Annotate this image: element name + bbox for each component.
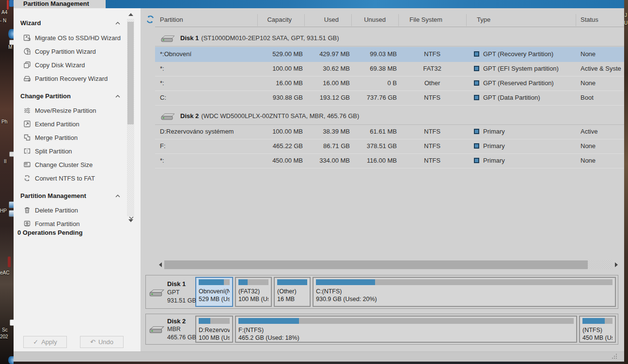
diskmap-block[interactable]: C:(NTFS) 930.9 GB (Used: 20%) [313, 277, 616, 307]
desktop-icon-fragment[interactable] [8, 257, 11, 267]
diskmap-block[interactable]: F:(NTFS) 465.2 GB (Used: 18%) [235, 316, 577, 343]
table-row[interactable]: *:Obnovení 529.00 MB 429.97 MB 99.03 MB … [155, 47, 624, 62]
cell-partition: D:Rezervováno systémem [160, 124, 257, 139]
sidebar-item-partition-recovery[interactable]: Partition Recovery Wizard [23, 72, 108, 85]
table-row[interactable]: *: 100.00 MB 30.62 MB 69.38 MB FAT32 GPT… [155, 61, 624, 76]
col-file-system[interactable]: File System [409, 16, 442, 23]
col-used[interactable]: Used [304, 16, 339, 23]
apply-button[interactable]: ✓ Apply [23, 336, 67, 348]
sidebar-item-label: Migrate OS to SSD/HD Wizard [35, 34, 121, 42]
desktop-icon-fragment[interactable] [7, 0, 9, 10]
section-change-partition[interactable]: Change Partition [20, 92, 71, 100]
disk2-group-header[interactable]: Disk 2 (WDC WD5000LPLX-00ZNTT0 SATA, MBR… [155, 107, 624, 125]
cell-capacity: 450.00 MB [257, 153, 303, 168]
tab-partition-management[interactable]: Partition Management [14, 0, 106, 8]
block-size: 930.9 GB (Used: 20%) [316, 295, 612, 303]
col-partition[interactable]: Partition [160, 16, 183, 23]
cell-partition: *:Obnovení [160, 47, 257, 61]
col-type[interactable]: Type [477, 16, 490, 23]
cell-status: None [581, 139, 624, 153]
cell-status: Active & Syste [581, 61, 624, 76]
scrollbar-track[interactable] [164, 260, 612, 269]
desktop-icon-fragment[interactable] [10, 319, 14, 326]
disk1-group-header[interactable]: Disk 1 (ST1000DM010-2EP102 SATA, GPT, 93… [155, 30, 624, 46]
section-wizard[interactable]: Wizard [20, 19, 41, 27]
horizontal-scrollbar[interactable] [157, 260, 619, 270]
sidebar-item-label: Move/Resize Partition [35, 107, 96, 114]
scroll-up-icon[interactable] [128, 13, 133, 16]
chevron-up-icon[interactable] [115, 192, 121, 200]
cell-file-system: NTFS [398, 139, 466, 153]
sidebar-item-cluster-size[interactable]: Change Cluster Size [23, 158, 93, 171]
col-status[interactable]: Status [581, 16, 598, 23]
disk-name: Disk 2 [167, 318, 186, 325]
cell-capacity: 529.00 MB [257, 47, 303, 61]
sidebar-item-convert[interactable]: FN Convert NTFS to FAT [23, 171, 95, 185]
sidebar-item-label: Convert NTFS to FAT [35, 175, 95, 182]
sidebar-item-label: Split Partition [35, 148, 72, 155]
disk-scheme: GPT [167, 289, 180, 296]
diskmap-block[interactable]: Obnovení(N 529 MB (Us [195, 277, 233, 307]
format-icon [23, 220, 31, 228]
col-unused[interactable]: Unused [351, 16, 386, 23]
partition-type-icon [474, 66, 479, 71]
desktop-icon-fragment[interactable] [9, 152, 14, 157]
scrollbar-thumb[interactable] [164, 260, 588, 269]
chevron-up-icon[interactable] [115, 92, 121, 100]
col-capacity[interactable]: Capacity [257, 16, 292, 23]
merge-icon [23, 134, 31, 141]
sidebar-item-extend[interactable]: Extend Partition [23, 117, 79, 131]
disk-icon [148, 325, 165, 334]
section-partition-management[interactable]: Partition Management [20, 192, 86, 200]
diskmap-disk1: Disk 1 GPT 931.51 GB Obnovení(N 529 MB (… [145, 275, 618, 309]
desktop-icon-fragment[interactable] [8, 29, 14, 39]
table-row[interactable]: C: 930.88 GB 193.12 GB 737.76 GB NTFS GP… [155, 91, 624, 106]
scroll-down-icon[interactable] [128, 219, 133, 222]
cell-unused: 737.76 GB [351, 91, 397, 105]
scrollbar-thumb[interactable] [127, 22, 134, 124]
desktop-label: HP [0, 208, 7, 213]
disk-size: 931.51 GB [167, 297, 196, 304]
partition-type-icon [474, 80, 479, 86]
scroll-left-icon[interactable] [157, 260, 164, 270]
sidebar-item-delete-partition[interactable]: Delete Partition [23, 203, 78, 217]
sidebar-scrollbar[interactable] [127, 12, 134, 223]
block-label: Obnovení(N [199, 288, 230, 295]
sidebar-item-label: Copy Disk Wizard [35, 61, 85, 69]
diskmap-block[interactable]: (FAT32) 100 MB (Us [235, 277, 272, 307]
chevron-up-icon[interactable] [115, 19, 121, 27]
desktop-icon-fragment[interactable] [9, 210, 14, 217]
diskmap-block[interactable]: (NTFS) 450 MB (Us [579, 316, 616, 343]
desktop-icon-fragment[interactable] [9, 0, 14, 7]
disk-scheme: MBR [167, 326, 181, 333]
sidebar-item-move-resize[interactable]: Move/Resize Partition [23, 104, 96, 117]
desktop-icon-fragment[interactable] [8, 356, 14, 364]
cell-unused: 0 B [351, 76, 397, 91]
scroll-right-icon[interactable] [612, 260, 619, 270]
table-row[interactable]: F: 465.22 GB 86.71 GB 378.51 GB NTFS Pri… [155, 139, 624, 154]
diskmap-block[interactable]: (Other) 16 MB [274, 277, 311, 307]
block-size: 529 MB (Us [199, 295, 230, 303]
resize-grip[interactable] [616, 354, 622, 360]
table-header[interactable]: Partition Capacity Used Unused File Syst… [141, 13, 624, 27]
tabbar-accent [106, 0, 624, 8]
cell-unused: 69.38 MB [351, 61, 397, 76]
partition-recovery-icon [23, 75, 31, 82]
table-row[interactable]: *: 16.00 MB 16.00 MB 0 B Other GPT (Rese… [155, 76, 624, 91]
diskmap-block[interactable]: D:Rezervová 100 MB (Us [195, 316, 233, 343]
desktop-icon-fragment[interactable] [9, 201, 14, 208]
table-row[interactable]: D:Rezervováno systémem 100.00 MB 38.39 M… [155, 124, 624, 139]
diskmap-disk-info: Disk 2 MBR 465.76 GB [146, 314, 195, 344]
desktop-label: M [8, 45, 12, 50]
undo-button[interactable]: ↶ Undo [80, 336, 124, 348]
sidebar-item-split[interactable]: Split Partition [23, 144, 72, 158]
table-row[interactable]: *: 450.00 MB 334.00 MB 116.00 MB NTFS Pr… [155, 153, 624, 168]
sidebar-item-migrate-os[interactable]: Migrate OS to SSD/HD Wizard [23, 31, 121, 45]
sidebar-item-merge[interactable]: Merge Partition [23, 131, 78, 144]
cell-used: 334.00 MB [304, 153, 350, 168]
sidebar-item-copy-disk[interactable]: Copy Disk Wizard [23, 58, 85, 72]
partition-type-icon [474, 51, 479, 57]
cell-type: GPT (Data Partition) [466, 91, 578, 105]
sidebar-item-format-partition[interactable]: Format Partition [23, 217, 79, 230]
sidebar-item-copy-partition[interactable]: Copy Partition Wizard [23, 45, 96, 58]
